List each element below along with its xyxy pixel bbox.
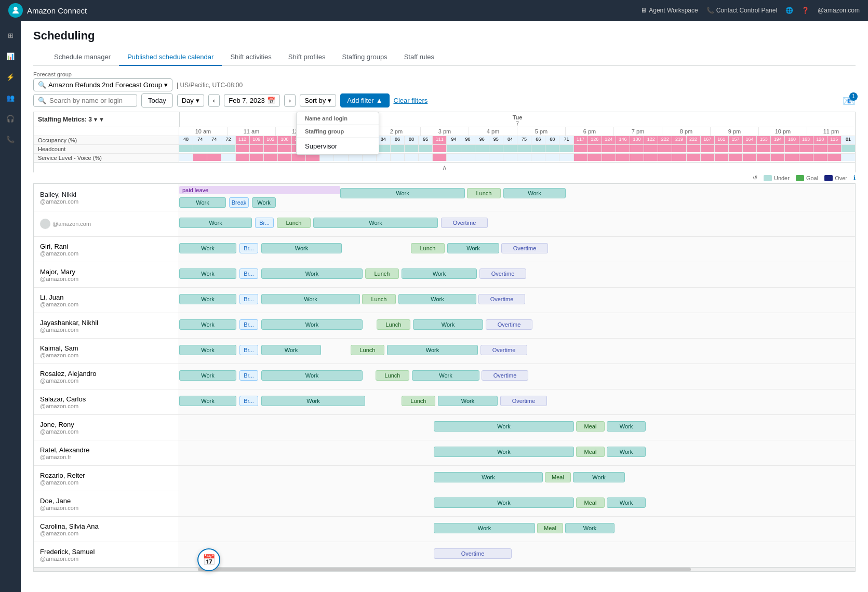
shift-bar[interactable]: Work bbox=[438, 396, 498, 406]
shift-bar[interactable]: Meal bbox=[576, 447, 605, 457]
user-email[interactable]: @amazon.com bbox=[818, 7, 860, 14]
shift-bar[interactable]: Lunch bbox=[277, 218, 311, 228]
shift-bar[interactable]: Work bbox=[434, 497, 574, 508]
prev-date-button[interactable]: ‹ bbox=[208, 94, 220, 107]
horizontal-scrollbar[interactable] bbox=[33, 568, 856, 572]
info-icon[interactable]: ℹ bbox=[853, 174, 856, 181]
shift-bar[interactable]: Lunch bbox=[467, 188, 501, 198]
shift-bar[interactable]: Lunch bbox=[377, 319, 410, 330]
shift-bar[interactable]: Overtime bbox=[482, 370, 528, 381]
shift-bar[interactable]: Work bbox=[179, 197, 226, 208]
shift-bar[interactable]: Lunch bbox=[402, 396, 435, 406]
shift-bar[interactable]: Work bbox=[261, 370, 363, 381]
shift-bar[interactable]: Lunch bbox=[411, 243, 445, 253]
search-input[interactable] bbox=[49, 97, 132, 104]
date-picker[interactable]: Feb 7, 2023 📅 bbox=[224, 94, 279, 107]
shift-bar[interactable]: Work bbox=[179, 319, 236, 330]
shift-bar[interactable]: Br... bbox=[239, 370, 258, 381]
shift-bar[interactable]: Br... bbox=[239, 319, 258, 330]
tab-shift-profiles[interactable]: Shift profiles bbox=[280, 49, 334, 66]
collapse-metrics-button[interactable]: ∧ bbox=[442, 164, 447, 171]
shift-bar[interactable]: Work bbox=[179, 294, 236, 304]
shift-bar[interactable]: Overtime bbox=[486, 319, 532, 330]
filter-option-supervisor[interactable]: Supervisor bbox=[297, 138, 379, 154]
shift-bar[interactable]: Work bbox=[261, 268, 363, 279]
shift-bar[interactable]: Overtime bbox=[500, 396, 547, 406]
shift-bar[interactable]: Overtime bbox=[480, 345, 527, 355]
shift-bar[interactable]: Work bbox=[179, 396, 236, 406]
refresh-icon[interactable]: ↺ bbox=[753, 174, 757, 181]
calendar-fab[interactable]: 📅 bbox=[197, 548, 220, 571]
shift-bar[interactable]: Overtime bbox=[479, 268, 526, 279]
shift-bar[interactable]: Meal bbox=[545, 472, 571, 482]
shift-bar[interactable]: Overtime bbox=[441, 218, 488, 228]
shift-bar[interactable]: Work bbox=[573, 472, 625, 482]
shift-bar[interactable]: Br... bbox=[239, 396, 258, 406]
shift-bar[interactable]: Work bbox=[607, 447, 646, 457]
shift-bar[interactable]: Work bbox=[261, 243, 342, 253]
shift-bar[interactable]: Lunch bbox=[365, 268, 399, 279]
shift-bar[interactable]: Work bbox=[398, 294, 476, 304]
shift-bar[interactable]: Overtime bbox=[501, 243, 548, 253]
shift-bar[interactable]: Work bbox=[503, 188, 566, 198]
shift-bar[interactable]: Br... bbox=[239, 294, 258, 304]
shift-bar[interactable]: Br... bbox=[239, 268, 258, 279]
shift-bar[interactable]: Work bbox=[261, 345, 321, 355]
scrollbar-thumb[interactable] bbox=[198, 568, 691, 571]
shift-bar[interactable]: Work bbox=[434, 447, 574, 457]
shift-bar[interactable]: Work bbox=[179, 345, 236, 355]
shift-bar[interactable]: Work bbox=[413, 319, 483, 330]
shift-bar[interactable]: Work bbox=[607, 421, 646, 432]
shift-bar[interactable]: Lunch bbox=[362, 294, 396, 304]
shift-bar[interactable]: Work bbox=[447, 243, 499, 253]
tab-staff-rules[interactable]: Staff rules bbox=[396, 49, 443, 66]
contact-control-link[interactable]: 📞 Contact Control Panel bbox=[706, 7, 777, 14]
sidebar-phone-icon[interactable]: 📞 bbox=[1, 130, 20, 149]
sidebar-chart-icon[interactable]: 📊 bbox=[1, 47, 20, 65]
sidebar-grid-icon[interactable]: ⊞ bbox=[1, 26, 20, 45]
shift-bar[interactable]: Br... bbox=[255, 218, 274, 228]
tab-staffing-groups[interactable]: Staffing groups bbox=[333, 49, 395, 66]
shift-bar[interactable]: Work bbox=[261, 294, 360, 304]
shift-bar[interactable]: Lunch bbox=[351, 345, 384, 355]
shift-bar[interactable]: Br... bbox=[239, 345, 258, 355]
sidebar-headphone-icon[interactable]: 🎧 bbox=[1, 109, 20, 128]
today-button[interactable]: Today bbox=[141, 93, 173, 107]
tab-shift-activities[interactable]: Shift activities bbox=[222, 49, 279, 66]
shift-bar[interactable]: Work bbox=[313, 218, 438, 228]
shift-bar[interactable]: Work bbox=[565, 523, 615, 533]
day-selector[interactable]: Day ▾ bbox=[177, 94, 204, 107]
shift-bar[interactable]: Work bbox=[387, 345, 478, 355]
add-filter-button[interactable]: Add filter ▲ bbox=[340, 93, 389, 107]
search-box[interactable]: 🔍 bbox=[33, 94, 137, 107]
globe-icon[interactable]: 🌐 bbox=[785, 7, 793, 14]
sort-by-button[interactable]: Sort by ▾ bbox=[300, 94, 336, 107]
shift-bar[interactable]: Work bbox=[434, 421, 574, 432]
shift-bar[interactable]: Work bbox=[179, 268, 236, 279]
shift-bar[interactable]: Overtime bbox=[478, 294, 525, 304]
shift-bar[interactable]: Work bbox=[402, 268, 477, 279]
shift-bar[interactable]: paid leave bbox=[179, 186, 340, 194]
shift-bar[interactable]: Meal bbox=[576, 421, 605, 432]
shift-bar[interactable]: Work bbox=[261, 396, 365, 406]
shift-bar[interactable]: Break bbox=[229, 197, 249, 208]
shift-bar[interactable]: Br... bbox=[239, 243, 258, 253]
shift-bar[interactable]: Work bbox=[179, 218, 252, 228]
shift-bar[interactable]: Meal bbox=[576, 497, 605, 508]
sidebar-people-icon[interactable]: 👥 bbox=[1, 88, 20, 107]
clear-filters-link[interactable]: Clear filters bbox=[394, 97, 428, 104]
sidebar-lightning-icon[interactable]: ⚡ bbox=[1, 68, 20, 86]
tab-schedule-manager[interactable]: Schedule manager bbox=[46, 49, 119, 66]
tab-published-calendar[interactable]: Published schedule calendar bbox=[119, 49, 222, 66]
shift-bar[interactable]: Work bbox=[179, 370, 236, 381]
shift-bar[interactable]: Work bbox=[434, 472, 543, 482]
shift-bar[interactable]: Overtime bbox=[434, 548, 512, 559]
shift-bar[interactable]: Work bbox=[434, 523, 535, 533]
next-date-button[interactable]: › bbox=[284, 94, 296, 107]
shift-bar[interactable]: Work bbox=[340, 188, 465, 198]
shift-bar[interactable]: Work bbox=[607, 497, 646, 508]
shift-bar[interactable]: Meal bbox=[537, 523, 563, 533]
forecast-select-dropdown[interactable]: 🔍 Amazon Refunds 2nd Forecast Group ▾ bbox=[33, 78, 172, 91]
shift-bar[interactable]: Work bbox=[261, 319, 363, 330]
shift-bar[interactable]: Work bbox=[179, 243, 236, 253]
